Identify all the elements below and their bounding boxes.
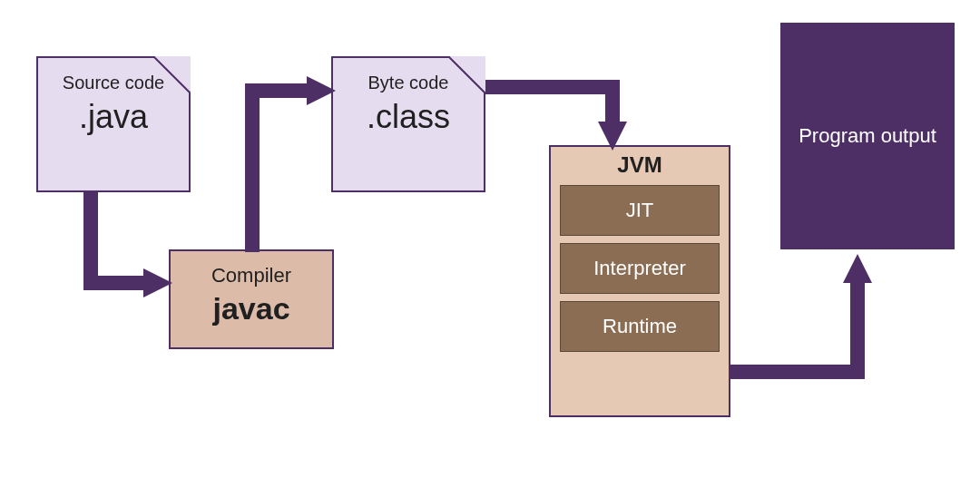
program-output-label: Program output [799, 123, 936, 150]
arrow-compiler-to-bytecode [245, 73, 345, 254]
arrow-source-to-compiler [73, 192, 181, 310]
compiler-label: Compiler [171, 264, 332, 287]
svg-marker-0 [143, 268, 172, 297]
bytecode-file-box: Byte code .class [331, 56, 485, 192]
source-file-ext: .java [36, 98, 191, 136]
source-file-box: Source code .java [36, 56, 191, 192]
jvm-box: JVM JIT Interpreter Runtime [549, 145, 730, 417]
svg-marker-2 [598, 122, 627, 151]
jvm-part-interpreter: Interpreter [560, 243, 720, 294]
bytecode-file-ext: .class [331, 98, 485, 136]
compiler-box: Compiler javac [169, 249, 334, 349]
svg-marker-3 [843, 254, 872, 283]
program-output-box: Program output [780, 23, 955, 249]
jvm-title: JVM [551, 152, 729, 178]
arrow-jvm-to-output [730, 245, 885, 390]
bytecode-file-label: Byte code [331, 73, 485, 93]
java-compile-flow-diagram: Source code .java Compiler javac Byte co… [0, 0, 980, 497]
jvm-part-runtime: Runtime [560, 301, 720, 352]
compiler-name: javac [171, 291, 332, 326]
jvm-part-jit: JIT [560, 185, 720, 236]
arrow-bytecode-to-jvm [485, 73, 631, 154]
source-file-label: Source code [36, 73, 191, 93]
